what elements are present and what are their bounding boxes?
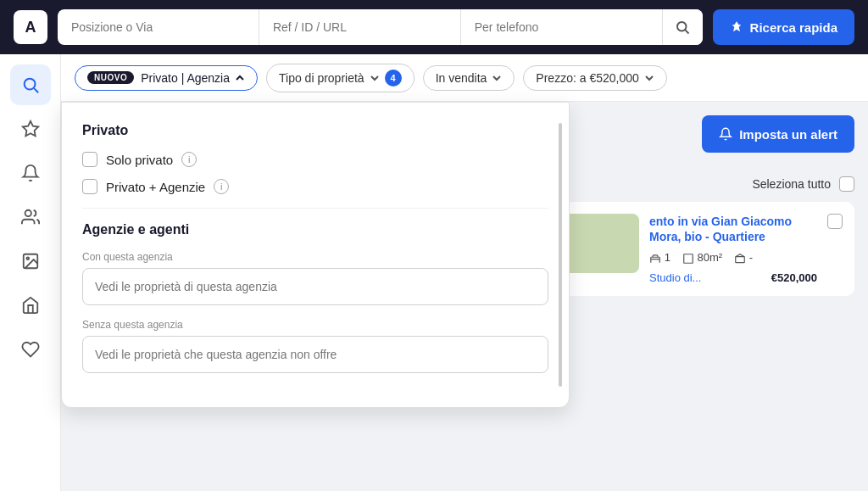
filter-sale-status[interactable]: In vendita	[423, 65, 515, 91]
select-all-row: Seleziona tutto	[542, 176, 854, 192]
agenzie-section-title: Agenzie e agenti	[82, 222, 548, 237]
position-segment[interactable]	[58, 9, 259, 45]
layout: NUOVO Privato | Agenzia Tipo di propriet…	[0, 54, 868, 491]
alert-button[interactable]: Imposta un alert	[702, 115, 854, 153]
price-label: Prezzo: a €520,000	[536, 71, 638, 85]
new-badge: NUOVO	[87, 71, 134, 84]
sidebar-item-favorites[interactable]	[10, 109, 51, 149]
property-other: -	[734, 251, 753, 265]
right-panel: Imposta un alert Seleziona tutto ento in…	[529, 102, 868, 491]
sidebar	[0, 54, 61, 491]
phone-segment[interactable]	[461, 9, 662, 45]
svg-rect-8	[684, 254, 693, 264]
svg-line-1	[686, 30, 689, 33]
property-size: 80m²	[682, 251, 722, 265]
sidebar-item-gallery[interactable]	[10, 241, 51, 282]
select-all-label: Seleziona tutto	[752, 177, 831, 191]
area-icon	[682, 253, 694, 265]
logo: A	[14, 10, 47, 44]
property-rooms: 1	[649, 251, 670, 265]
property-info: ento in via Gian Giacomo Mora, bio - Qua…	[649, 214, 817, 284]
property-type-badge: 4	[385, 70, 402, 86]
property-meta: 1 80m² -	[649, 251, 817, 265]
bed-icon	[649, 253, 661, 265]
select-all-checkbox[interactable]	[839, 176, 854, 192]
sidebar-item-deals[interactable]	[10, 329, 51, 370]
svg-point-7	[26, 257, 29, 259]
header: A Ricerca rapida	[0, 0, 868, 54]
con-agenzia-label: Con questa agenzia	[82, 251, 548, 263]
sidebar-item-users[interactable]	[10, 197, 51, 237]
svg-point-5	[25, 210, 31, 216]
sidebar-item-search[interactable]	[10, 64, 51, 105]
privato-agenzie-label: Privato + Agenzie	[106, 180, 205, 194]
search-button[interactable]	[662, 9, 703, 45]
property-type-label: Tipo di proprietà	[279, 71, 364, 85]
solo-privato-checkbox[interactable]	[82, 152, 97, 167]
property-checkbox[interactable]	[827, 214, 843, 229]
search-bar	[58, 9, 703, 45]
solo-privato-label: Solo privato	[106, 153, 173, 167]
ref-input[interactable]	[273, 20, 447, 34]
filter-bar: NUOVO Privato | Agenzia Tipo di propriet…	[61, 54, 868, 102]
solo-privato-info-icon[interactable]: i	[181, 152, 197, 167]
chevron-down-icon-2	[492, 73, 502, 83]
filter-property-type[interactable]: Tipo di proprietà 4	[266, 64, 415, 92]
property-card: ento in via Gian Giacomo Mora, bio - Qua…	[542, 202, 854, 296]
privato-agenzie-row: Privato + Agenzie i	[82, 179, 548, 194]
svg-point-2	[24, 79, 35, 90]
privato-section-title: Privato	[82, 123, 548, 138]
property-title[interactable]: ento in via Gian Giacomo Mora, bio - Qua…	[649, 214, 817, 244]
ref-segment[interactable]	[259, 9, 461, 45]
sidebar-item-home[interactable]	[10, 285, 51, 326]
dropdown-scrollbar[interactable]	[559, 123, 562, 387]
svg-line-3	[34, 88, 38, 92]
privato-agenzie-checkbox[interactable]	[82, 179, 97, 194]
property-agency[interactable]: Studio di...	[649, 271, 701, 284]
sale-status-label: In vendita	[436, 71, 487, 85]
svg-marker-4	[22, 121, 37, 136]
svg-point-0	[677, 22, 687, 31]
bell-icon	[719, 127, 732, 141]
solo-privato-row: Solo privato i	[82, 152, 548, 167]
chevron-up-icon	[235, 73, 245, 83]
dropdown-divider	[82, 208, 548, 209]
floor-icon	[734, 253, 746, 265]
private-agency-label: Privato | Agenzia	[141, 71, 230, 85]
sidebar-item-alerts[interactable]	[10, 153, 51, 193]
property-footer: Studio di... €520,000	[649, 271, 817, 284]
senza-agenzia-input[interactable]	[82, 336, 548, 373]
chevron-down-icon	[370, 73, 380, 83]
position-input[interactable]	[71, 20, 245, 34]
svg-rect-9	[736, 257, 745, 263]
senza-agenzia-label: Senza questa agenzia	[82, 319, 548, 331]
phone-input[interactable]	[475, 20, 648, 34]
property-price: €520,000	[771, 271, 817, 284]
main-content: NUOVO Privato | Agenzia Tipo di propriet…	[61, 54, 868, 491]
private-agency-dropdown: Privato Solo privato i Privato + Agenzie…	[61, 102, 570, 408]
chevron-down-icon-3	[644, 73, 654, 83]
filter-private-agency[interactable]: NUOVO Privato | Agenzia	[75, 65, 258, 91]
privato-agenzie-info-icon[interactable]: i	[214, 179, 229, 194]
con-agenzia-input[interactable]	[82, 268, 548, 305]
filter-price[interactable]: Prezzo: a €520,000	[523, 65, 666, 91]
rapid-search-button[interactable]: Ricerca rapida	[713, 9, 854, 45]
